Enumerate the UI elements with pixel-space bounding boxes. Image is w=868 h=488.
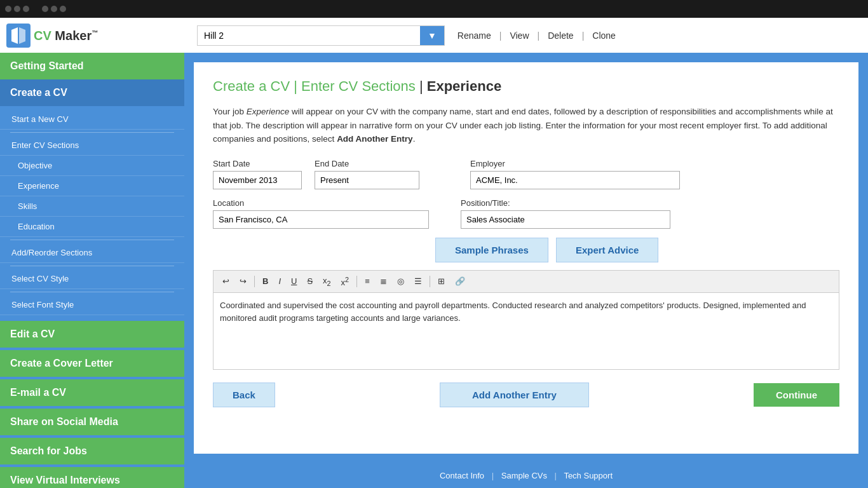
delete-link[interactable]: Delete <box>543 30 578 41</box>
editor-body[interactable]: Coordinated and supervised the cost acco… <box>214 293 839 369</box>
sidebar-education[interactable]: Education <box>0 217 184 237</box>
start-date-input[interactable] <box>213 171 302 189</box>
phrase-buttons-row: Sample Phrases Expert Advice <box>213 238 839 262</box>
status-dot <box>23 6 29 12</box>
cv-actions: Rename | View | Delete | Clone <box>452 30 621 41</box>
page-title: Create a CV | Enter CV Sections | Experi… <box>213 78 839 95</box>
sidebar-email-cv[interactable]: E-mail a CV <box>0 379 184 406</box>
sample-cvs-link[interactable]: Sample CVs <box>501 471 547 480</box>
tech-support-link[interactable]: Tech Support <box>564 471 613 480</box>
expert-advice-button[interactable]: Expert Advice <box>556 238 659 262</box>
location-label: Location <box>213 198 429 208</box>
toolbar-bold[interactable]: B <box>259 274 272 288</box>
toolbar-insert-link[interactable]: 🔗 <box>451 274 469 288</box>
start-date-label: Start Date <box>213 159 302 168</box>
logo-text-block: CV Maker™ <box>34 29 98 43</box>
position-label: Position/Title: <box>461 198 670 208</box>
form-group-employer: Employer <box>470 159 680 189</box>
sidebar-start-new-cv[interactable]: Start a New CV <box>0 109 184 130</box>
logo-icon <box>6 24 31 48</box>
main-layout: Getting Started Create a CV Start a New … <box>0 53 868 488</box>
sidebar-skills[interactable]: Skills <box>0 196 184 217</box>
sidebar-enter-cv-sections[interactable]: Enter CV Sections <box>0 135 184 156</box>
toolbar-redo[interactable]: ↪ <box>236 274 250 288</box>
status-bar <box>0 0 868 18</box>
toolbar-undo[interactable]: ↩ <box>219 274 233 288</box>
content-card: Create a CV | Enter CV Sections | Experi… <box>194 62 858 454</box>
editor-toolbar: ↩ ↪ B I U S x2 x2 ≡ ≣ ◎ ☰ ⊞ 🔗 <box>214 271 839 293</box>
toolbar-superscript[interactable]: x2 <box>337 274 353 289</box>
sidebar-objective[interactable]: Objective <box>0 156 184 176</box>
logo-text: CV Maker™ <box>34 29 98 43</box>
sample-phrases-button[interactable]: Sample Phrases <box>435 238 548 262</box>
sidebar-virtual-interviews[interactable]: View Virtual Interviews <box>0 467 184 488</box>
logo-maker: Maker™ <box>55 29 98 43</box>
toolbar-insert-table[interactable]: ⊞ <box>434 274 449 288</box>
form-row-2: Location Position/Title: <box>213 198 839 229</box>
form-group-position: Position/Title: <box>461 198 670 229</box>
status-dot <box>5 6 11 12</box>
end-date-label: End Date <box>315 159 419 168</box>
form-group-end-date: End Date <box>315 159 419 189</box>
toolbar-strikethrough[interactable]: S <box>303 274 316 288</box>
sidebar-create-cv[interactable]: Create a CV <box>0 79 184 106</box>
cv-dropdown[interactable]: ▼ <box>197 25 445 46</box>
sidebar-create-cv-menu: Start a New CV Enter CV Sections Objecti… <box>0 106 184 318</box>
employer-input[interactable] <box>470 171 680 189</box>
action-row: Back Add Another Entry Continue <box>213 383 839 407</box>
sidebar-experience[interactable]: Experience <box>0 176 184 196</box>
clone-link[interactable]: Clone <box>587 30 621 41</box>
status-group-1 <box>5 6 29 12</box>
back-button[interactable]: Back <box>213 383 275 407</box>
view-link[interactable]: View <box>505 30 534 41</box>
content-area: Create a CV | Enter CV Sections | Experi… <box>184 53 868 488</box>
breadcrumb-enter-sections: Enter CV Sections <box>301 78 416 94</box>
sidebar-add-reorder[interactable]: Add/Reorder Sections <box>0 243 184 263</box>
logo-cv: CV <box>34 29 51 43</box>
sidebar-getting-started[interactable]: Getting Started <box>0 53 184 79</box>
logo-container: CV Maker™ <box>6 24 98 48</box>
cv-dropdown-button[interactable]: ▼ <box>420 26 444 45</box>
sidebar-create-cover-letter[interactable]: Create a Cover Letter <box>0 350 184 377</box>
breadcrumb-create-cv: Create a CV <box>213 78 290 94</box>
employer-label: Employer <box>470 159 680 168</box>
toolbar-align-justify[interactable]: ☰ <box>410 274 426 288</box>
form-group-start-date: Start Date <box>213 159 302 189</box>
logo-tm: ™ <box>92 29 98 36</box>
editor-container: ↩ ↪ B I U S x2 x2 ≡ ≣ ◎ ☰ ⊞ 🔗 <box>213 270 839 370</box>
toolbar-underline[interactable]: U <box>287 274 301 288</box>
position-input[interactable] <box>461 210 670 229</box>
status-dot <box>60 6 66 12</box>
sidebar-select-cv-style[interactable]: Select CV Style <box>0 269 184 289</box>
end-date-input[interactable] <box>315 171 419 189</box>
logo-svg <box>9 26 28 45</box>
cv-name-input[interactable] <box>198 26 420 45</box>
footer: Contact Info | Sample CVs | Tech Support <box>184 463 868 488</box>
location-input[interactable] <box>213 210 429 229</box>
toolbar-sep-1 <box>254 276 255 287</box>
status-dot <box>51 6 57 12</box>
toolbar-align-center[interactable]: ◎ <box>393 274 408 288</box>
toolbar-sep-2 <box>356 276 357 287</box>
continue-button[interactable]: Continue <box>754 383 839 407</box>
toolbar-unordered-list[interactable]: ≣ <box>376 274 391 288</box>
toolbar-sep-3 <box>430 276 430 287</box>
sidebar: Getting Started Create a CV Start a New … <box>0 53 184 488</box>
form-row-1: Start Date End Date Employer <box>213 159 839 189</box>
page-description: Your job Experience will appear on your … <box>213 105 839 146</box>
sidebar-select-font-style[interactable]: Select Font Style <box>0 295 184 315</box>
rename-link[interactable]: Rename <box>452 30 496 41</box>
toolbar-ordered-list[interactable]: ≡ <box>361 274 374 288</box>
toolbar-italic[interactable]: I <box>275 274 285 288</box>
toolbar-subscript[interactable]: x2 <box>319 274 335 289</box>
add-another-entry-button[interactable]: Add Another Entry <box>440 383 589 407</box>
contact-info-link[interactable]: Contact Info <box>440 471 484 480</box>
status-dot <box>42 6 48 12</box>
sidebar-search-jobs[interactable]: Search for Jobs <box>0 438 184 464</box>
breadcrumb-experience: Experience <box>427 78 501 94</box>
status-dot <box>14 6 20 12</box>
cv-selector-bar: ▼ Rename | View | Delete | Clone <box>184 18 868 53</box>
logo-bar: CV Maker™ <box>0 18 184 53</box>
sidebar-share-social[interactable]: Share on Social Media <box>0 409 184 435</box>
sidebar-edit-cv[interactable]: Edit a CV <box>0 321 184 348</box>
